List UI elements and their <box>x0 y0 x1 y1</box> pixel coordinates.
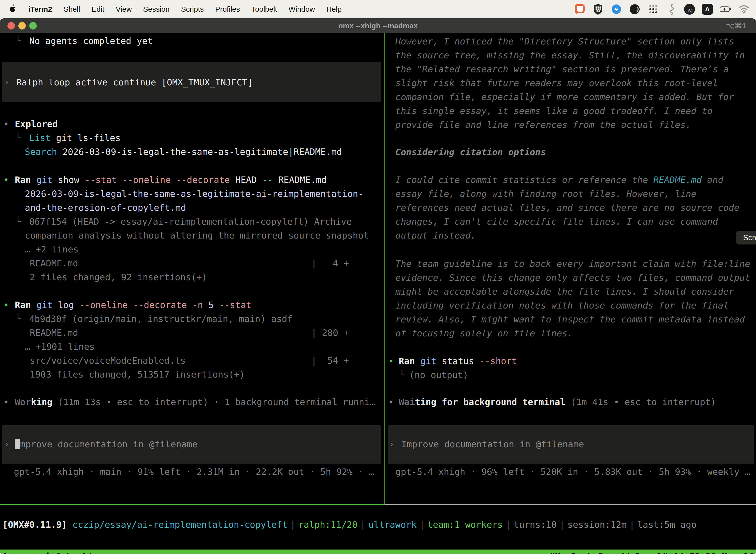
omx-ultrawork: ultrawork <box>368 519 417 530</box>
window-shortcut-badge: ⌥⌘1 <box>726 18 746 33</box>
git-status-out: └(no output) <box>399 368 468 382</box>
git-show-out2: companion analysis without altering the … <box>25 229 369 242</box>
tmux-session-label[interactable]: [omx-cczip0:bash* <box>2 550 93 554</box>
thinking-paragraph-2-line1: I could cite commit statistics or refere… <box>395 173 723 187</box>
prompt-input-right[interactable]: ›Improve documentation in @filename <box>388 425 754 464</box>
chat-app-icon[interactable] <box>574 3 585 15</box>
menu-bar-left: iTerm2 Shell Edit View Session Scripts P… <box>0 4 341 14</box>
model-status-left: gpt-5.4 xhigh · main · 91% left · 2.31M … <box>14 465 374 479</box>
git-status-command: •Ran git status --short <box>388 354 517 368</box>
right-pane[interactable]: However, I noticed the "Directory Struct… <box>387 33 756 504</box>
agents-note: └No agents completed yet <box>15 34 153 48</box>
menu-iterm2[interactable]: iTerm2 <box>28 5 52 13</box>
git-show-arg1: 2026-03-09-is-legal-the-same-as-legitima… <box>25 187 363 201</box>
screen: iTerm2 Shell Edit View Session Scripts P… <box>0 0 756 554</box>
menu-session[interactable]: Session <box>143 5 170 13</box>
dots-grid-icon[interactable] <box>647 3 659 15</box>
menu-scripts[interactable]: Scripts <box>181 5 204 13</box>
dark-crescent-icon[interactable] <box>629 3 640 15</box>
git-log-stat-row1: README.md| 280 + <box>30 326 377 340</box>
tmux-status-bar: [omx-cczip0:bash* "MacBook-Pro-44.local"… <box>0 550 756 554</box>
pane-bottom-border-left <box>0 504 385 505</box>
omx-status-line: [OMX#0.11.9]cczip/essay/ai-reimplementat… <box>2 518 696 532</box>
git-show-out1: └067f154 (HEAD -> essay/ai-reimplementat… <box>15 215 352 229</box>
left-pane[interactable]: └No agents completed yet ›Ralph loop act… <box>0 33 384 504</box>
menu-window[interactable]: Window <box>289 5 315 13</box>
wifi-icon[interactable] <box>738 3 750 15</box>
count-badge-icon[interactable]: ..61 <box>684 4 695 15</box>
thinking-paragraph-3: The team guideline is to back every impo… <box>395 257 750 340</box>
git-show-command: •Ran git show --stat --oneline --decorat… <box>3 173 327 187</box>
prompt-input-left[interactable]: › Improve documentation in @filename <box>2 425 381 464</box>
menu-bar: iTerm2 Shell Edit View Session Scripts P… <box>0 0 756 18</box>
inject-box: ›Ralph loop active continue [OMX_TMUX_IN… <box>2 62 381 102</box>
git-log-command: •Ran git log --oneline --decorate -n 5 -… <box>3 298 252 312</box>
blue-badge-icon[interactable] <box>611 3 622 15</box>
squiggle-icon[interactable] <box>666 3 677 15</box>
menu-profiles[interactable]: Profiles <box>215 5 240 13</box>
thinking-paragraph-2-rest: essay file, along with finding root file… <box>395 187 739 242</box>
git-log-stat-row2: src/voice/voiceModeEnabled.ts| 54 + <box>30 354 377 368</box>
menu-help[interactable]: Help <box>326 5 342 13</box>
shield-grid-icon[interactable] <box>592 3 604 15</box>
git-show-summary: 2 files changed, 92 insertions(+) <box>30 270 207 284</box>
keyboard-layout-icon[interactable]: A <box>702 4 713 15</box>
pane-bottom-border-right <box>385 504 756 505</box>
git-log-out1: └4b9d30f (origin/main, instructkr/main, … <box>15 312 293 326</box>
readme-link[interactable]: README.md <box>653 175 702 185</box>
git-show-stat-row: README.md| 4 + <box>30 257 377 270</box>
omx-version: [OMX#0.11.9] <box>2 519 67 530</box>
omx-team: team:1 workers <box>428 519 503 530</box>
model-status-right: gpt-5.4 xhigh · 96% left · 520K in · 5.8… <box>395 465 750 479</box>
explored-header: •Explored <box>3 117 58 131</box>
git-show-arg2: and-the-erosion-of-copyleft.md <box>25 201 186 215</box>
apple-menu-icon[interactable] <box>8 4 17 14</box>
menu-edit[interactable]: Edit <box>91 5 105 13</box>
omx-ralph: ralph:11/20 <box>298 519 358 530</box>
git-log-more[interactable]: … +1901 lines <box>25 340 95 354</box>
battery-icon[interactable] <box>720 3 731 15</box>
omx-path: cczip/essay/ai-reimplementation-copyleft <box>67 519 288 530</box>
explored-search-line: Search 2026-03-09-is-legal-the-same-as-l… <box>25 145 342 159</box>
explored-list-line: └List git ls-files <box>15 131 121 145</box>
menu-view[interactable]: View <box>116 5 132 13</box>
screen-tooltip: Scre <box>736 231 756 244</box>
terminal: └No agents completed yet ›Ralph loop act… <box>0 33 756 554</box>
tmux-host-clock: "MacBook-Pro-44.local" 04:52 31-Mar-26 <box>550 550 754 554</box>
pane-divider[interactable] <box>384 33 385 505</box>
working-status-line: •Working (11m 13s • esc to interrupt) · … <box>3 395 375 409</box>
thinking-paragraph-1: However, I noticed the "Directory Struct… <box>395 35 745 132</box>
omx-session: session:12m <box>567 519 627 530</box>
omx-turns: turns:10 <box>514 519 557 530</box>
window-title: omx --xhigh --madmax <box>0 18 756 33</box>
menu-shell[interactable]: Shell <box>63 5 80 13</box>
iterm-window: omx --xhigh --madmax ⌥⌘1 └No agents comp… <box>0 18 756 554</box>
thinking-heading: Considering citation options <box>395 145 546 159</box>
git-show-more[interactable]: … +2 lines <box>25 242 79 257</box>
text-cursor: I <box>15 439 20 449</box>
menu-toolbelt[interactable]: Toolbelt <box>252 5 277 13</box>
menu-bar-status-icons: ..61 A <box>574 3 756 15</box>
git-log-summary: 1903 files changed, 513517 insertions(+) <box>30 368 245 382</box>
waiting-status-line: •Waiting for background terminal (1m 41s… <box>388 395 716 409</box>
window-title-bar[interactable]: omx --xhigh --madmax ⌥⌘1 <box>0 18 756 33</box>
omx-last: last:5m ago <box>637 519 696 530</box>
